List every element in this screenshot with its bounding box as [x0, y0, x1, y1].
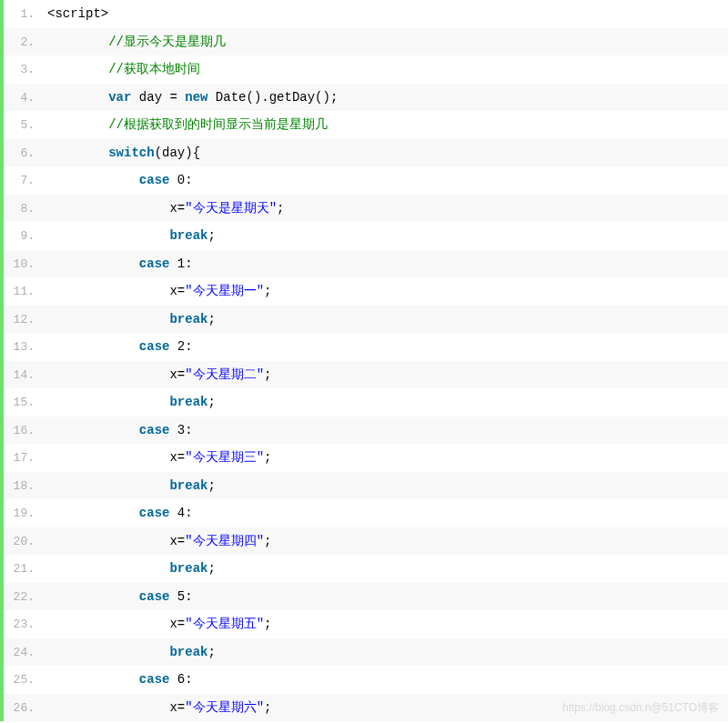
- line-number: 8.: [4, 196, 44, 224]
- line-number: 17.: [4, 445, 44, 473]
- code-content: break;: [44, 472, 216, 500]
- code-line: 9. break;: [4, 222, 728, 250]
- line-number: 15.: [4, 389, 44, 417]
- line-number: 20.: [4, 528, 44, 557]
- code-line: 1.<script>: [4, 0, 728, 28]
- line-number: 18.: [4, 473, 44, 501]
- code-content: case 6:: [44, 666, 193, 694]
- code-content: x="今天是星期天";: [44, 195, 284, 223]
- code-content: case 4:: [44, 499, 193, 527]
- code-line: 3. //获取本地时间: [4, 55, 728, 84]
- code-line: 12. break;: [4, 306, 728, 334]
- code-content: //显示今天是星期几: [44, 28, 226, 56]
- code-line: 20. x="今天星期四";: [4, 527, 728, 556]
- code-content: x="今天星期一";: [44, 277, 271, 306]
- code-content: <script>: [44, 0, 108, 28]
- code-content: break;: [44, 222, 216, 250]
- line-number: 7.: [4, 167, 44, 196]
- code-content: x="今天星期三";: [44, 444, 271, 472]
- code-line: 19. case 4:: [4, 499, 728, 527]
- code-block: 1.<script>2. //显示今天是星期几3. //获取本地时间4. var…: [0, 0, 728, 721]
- code-line: 10. case 1:: [4, 250, 728, 278]
- code-line: 11. x="今天星期一";: [4, 277, 728, 306]
- line-number: 25.: [4, 667, 44, 695]
- code-content: case 5:: [44, 583, 193, 611]
- code-line: 6. switch(day){: [4, 139, 728, 167]
- code-content: break;: [44, 388, 216, 417]
- code-line: 8. x="今天是星期天";: [4, 195, 728, 223]
- code-content: x="今天星期二";: [44, 361, 271, 389]
- line-number: 1.: [4, 1, 44, 29]
- code-line: 23. x="今天星期五";: [4, 610, 728, 638]
- code-content: x="今天星期五";: [44, 610, 271, 638]
- code-line: 4. var day = new Date().getDay();: [4, 84, 728, 112]
- line-number: 13.: [4, 334, 44, 362]
- code-content: break;: [44, 555, 216, 583]
- line-number: 9.: [4, 223, 44, 251]
- code-content: //获取本地时间: [44, 55, 200, 84]
- line-number: 5.: [4, 112, 44, 140]
- line-number: 4.: [4, 85, 44, 113]
- code-content: case 2:: [44, 333, 193, 361]
- line-number: 22.: [4, 584, 44, 612]
- line-number: 6.: [4, 140, 44, 168]
- code-line: 15. break;: [4, 388, 728, 417]
- line-number: 14.: [4, 362, 44, 390]
- code-line: 22. case 5:: [4, 583, 728, 611]
- code-line: 2. //显示今天是星期几: [4, 28, 728, 56]
- line-number: 24.: [4, 639, 44, 668]
- code-content: //根据获取到的时间显示当前是星期几: [44, 111, 328, 139]
- code-content: break;: [44, 306, 216, 334]
- code-content: case 3:: [44, 417, 193, 445]
- code-line: 7. case 0:: [4, 166, 728, 195]
- code-line: 17. x="今天星期三";: [4, 444, 728, 472]
- line-number: 11.: [4, 278, 44, 306]
- line-number: 21.: [4, 556, 44, 584]
- code-content: var day = new Date().getDay();: [44, 84, 338, 112]
- code-line: 14. x="今天星期二";: [4, 361, 728, 389]
- code-line: 24. break;: [4, 638, 728, 667]
- code-content: switch(day){: [44, 139, 200, 167]
- code-content: case 1:: [44, 250, 193, 278]
- code-line: 21. break;: [4, 555, 728, 583]
- watermark: https://blog.csdn.n@51CTO博客: [562, 700, 719, 716]
- code-content: break;: [44, 638, 216, 667]
- line-number: 26.: [4, 695, 44, 722]
- code-content: x="今天星期六";: [44, 694, 271, 722]
- line-number: 2.: [4, 29, 44, 57]
- code-content: case 0:: [44, 166, 193, 195]
- code-line: 13. case 2:: [4, 333, 728, 361]
- code-line: 5. //根据获取到的时间显示当前是星期几: [4, 111, 728, 139]
- code-line: 18. break;: [4, 472, 728, 500]
- line-number: 19.: [4, 500, 44, 528]
- line-number: 12.: [4, 306, 44, 335]
- line-number: 23.: [4, 611, 44, 639]
- line-number: 3.: [4, 56, 44, 85]
- line-number: 16.: [4, 417, 44, 446]
- code-content: x="今天星期四";: [44, 527, 271, 556]
- line-number: 10.: [4, 251, 44, 279]
- code-line: 25. case 6:: [4, 666, 728, 694]
- code-line: 16. case 3:: [4, 417, 728, 445]
